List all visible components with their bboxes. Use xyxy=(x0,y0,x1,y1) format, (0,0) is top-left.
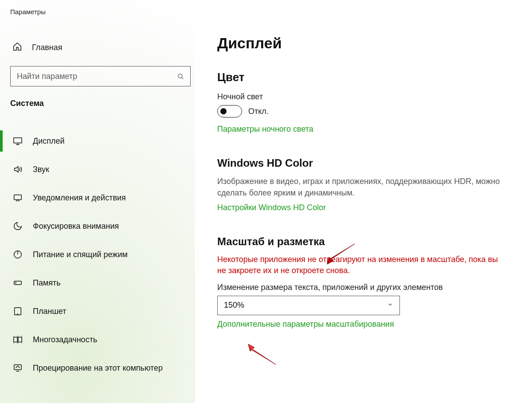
svg-point-5 xyxy=(16,282,16,283)
sidebar-item-storage[interactable]: Память xyxy=(0,269,195,297)
sidebar-item-notifications[interactable]: Уведомления и действия xyxy=(0,184,195,212)
sidebar-item-label: Проецирование на этот компьютер xyxy=(33,364,163,373)
svg-rect-1 xyxy=(14,138,22,143)
content-area: Дисплей Цвет Ночной свет Откл. Параметры… xyxy=(195,0,532,403)
hd-color-settings-link[interactable]: Настройки Windows HD Color xyxy=(217,203,510,212)
scale-section-heading: Масштаб и разметка xyxy=(217,235,510,248)
sidebar-item-projecting[interactable]: Проецирование на этот компьютер xyxy=(0,354,195,382)
hd-color-description: Изображение в видео, играх и приложениях… xyxy=(217,176,501,199)
home-button[interactable]: Главная xyxy=(0,37,195,58)
toggle-state-label: Откл. xyxy=(248,107,269,116)
annotation-arrow-icon xyxy=(246,343,278,366)
sidebar-item-focus[interactable]: Фокусировка внимания xyxy=(0,212,195,240)
search-icon xyxy=(171,67,190,86)
home-label: Главная xyxy=(32,43,63,52)
sidebar-item-display[interactable]: Дисплей xyxy=(0,127,195,155)
sidebar-item-label: Фокусировка внимания xyxy=(33,222,119,231)
scale-dropdown[interactable]: 150% xyxy=(217,296,400,315)
notifications-icon xyxy=(12,192,23,203)
sidebar-item-label: Многозадачность xyxy=(33,335,97,344)
focus-icon xyxy=(12,221,23,231)
search-input[interactable] xyxy=(11,72,171,81)
advanced-scaling-link[interactable]: Дополнительные параметры масштабирования xyxy=(217,320,510,329)
tablet-icon xyxy=(12,306,23,317)
power-icon xyxy=(12,249,23,260)
sidebar-item-multitask[interactable]: Многозадачность xyxy=(0,325,195,354)
search-box[interactable] xyxy=(10,66,191,86)
sidebar-category-label: Система xyxy=(0,99,195,108)
sidebar-item-tablet[interactable]: Планшет xyxy=(0,297,195,325)
night-light-toggle[interactable] xyxy=(217,105,242,117)
svg-rect-9 xyxy=(14,365,22,370)
display-icon xyxy=(12,136,23,146)
window-title: Параметры xyxy=(0,8,195,16)
night-light-settings-link[interactable]: Параметры ночного света xyxy=(217,125,510,134)
storage-icon xyxy=(12,278,23,288)
sidebar-item-label: Память xyxy=(33,278,61,288)
scale-dropdown-value: 150% xyxy=(224,301,244,310)
sidebar-item-label: Планшет xyxy=(33,307,66,316)
projecting-icon xyxy=(12,363,23,373)
toggle-knob xyxy=(220,108,227,114)
sidebar-item-label: Питание и спящий режим xyxy=(33,250,128,259)
sidebar-item-label: Звук xyxy=(33,165,49,174)
color-section-heading: Цвет xyxy=(217,70,510,84)
scale-warning-text: Некоторые приложения не отреагируют на и… xyxy=(217,254,501,276)
sidebar-item-label: Дисплей xyxy=(33,137,65,146)
chevron-down-icon xyxy=(387,301,393,309)
hd-color-heading: Windows HD Color xyxy=(217,157,510,169)
page-title: Дисплей xyxy=(217,35,510,52)
svg-rect-8 xyxy=(18,337,22,342)
sidebar-item-sound[interactable]: Звук xyxy=(0,155,195,184)
home-icon xyxy=(12,42,22,53)
sidebar-item-label: Уведомления и действия xyxy=(33,193,126,203)
svg-rect-2 xyxy=(14,195,22,200)
sound-icon xyxy=(12,164,23,175)
sidebar-item-power[interactable]: Питание и спящий режим xyxy=(0,240,195,269)
night-light-toggle-row: Откл. xyxy=(217,105,510,117)
multitask-icon xyxy=(12,334,23,345)
night-light-label: Ночной свет xyxy=(217,92,510,102)
sidebar: Параметры Главная Система Дисплей Звук У… xyxy=(0,0,195,403)
resize-label: Изменение размера текста, приложений и д… xyxy=(217,283,510,292)
svg-rect-7 xyxy=(14,337,17,342)
